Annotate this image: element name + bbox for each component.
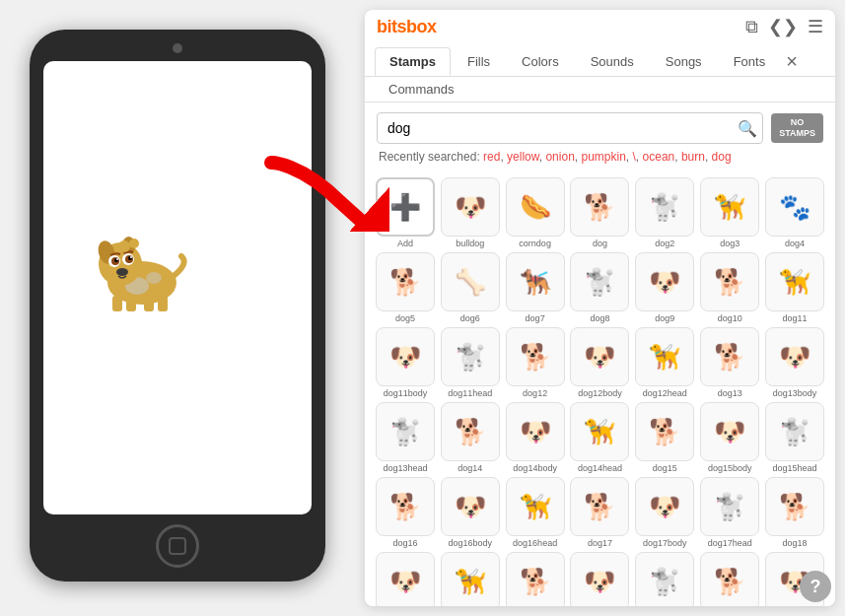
stamp-dog18head[interactable]: 🦮 dog18head bbox=[440, 552, 501, 606]
panel-header: bitsbox ⧉ ❮❯ ☰ Stamps Fills Colors Sound… bbox=[365, 10, 835, 103]
stamp-dog3[interactable]: 🦮 dog3 bbox=[699, 177, 760, 248]
svg-point-16 bbox=[116, 258, 118, 260]
stamp-dog11body-label: dog11body bbox=[384, 388, 428, 398]
copy-icon[interactable]: ⧉ bbox=[745, 17, 758, 37]
stamp-dog12-box: 🐕 bbox=[506, 327, 565, 386]
stamp-dog9[interactable]: 🐶 dog9 bbox=[634, 252, 695, 323]
search-history-dog[interactable]: dog bbox=[712, 150, 732, 164]
stamp-bulldog[interactable]: 🐶 bulldog bbox=[440, 177, 501, 248]
stamp-dog4[interactable]: 🐾 dog4 bbox=[764, 177, 825, 248]
device-home-button[interactable] bbox=[156, 524, 199, 568]
stamp-dog19[interactable]: 🐕 dog19 bbox=[505, 552, 566, 606]
tab-fonts[interactable]: Fonts bbox=[719, 47, 781, 76]
stamp-dog13[interactable]: 🐕 dog13 bbox=[699, 327, 760, 398]
stamp-dog11head-box: 🐩 bbox=[441, 327, 500, 386]
stamp-dog15-label: dog15 bbox=[653, 463, 677, 473]
stamp-dog18head-box: 🦮 bbox=[441, 552, 500, 606]
stamp-dog18[interactable]: 🐕 dog18 bbox=[764, 477, 825, 548]
no-stamps-text: NO bbox=[791, 117, 805, 128]
stamp-dog14head[interactable]: 🦮 dog14head bbox=[570, 402, 631, 473]
stamp-dog14[interactable]: 🐕 dog14 bbox=[440, 402, 501, 473]
stamp-dog2[interactable]: 🐩 dog2 bbox=[634, 177, 695, 248]
stamp-dog16head[interactable]: 🦮 dog16head bbox=[505, 477, 566, 548]
stamp-dog16body[interactable]: 🐶 dog16body bbox=[440, 477, 501, 548]
stamp-dog4-box: 🐾 bbox=[765, 177, 824, 237]
stamp-dog17body[interactable]: 🐶 dog17body bbox=[634, 477, 695, 548]
stamp-dog14-box: 🐕 bbox=[441, 402, 500, 461]
stamp-dog13body[interactable]: 🐶 dog13body bbox=[764, 327, 825, 398]
search-history-red[interactable]: red bbox=[483, 150, 500, 164]
tab-sounds[interactable]: Sounds bbox=[576, 47, 649, 76]
stamp-dog16-box: 🐕 bbox=[376, 477, 435, 536]
stamp-dog8-label: dog8 bbox=[590, 313, 609, 323]
tab-colors[interactable]: Colors bbox=[507, 47, 574, 76]
search-row: 🔍 NO STAMPS bbox=[377, 112, 823, 144]
stamp-dog16[interactable]: 🐕 dog16 bbox=[375, 477, 436, 548]
tab-fills[interactable]: Fills bbox=[453, 47, 505, 76]
stamp-dog4-label: dog4 bbox=[785, 239, 805, 248]
stamp-dog15head[interactable]: 🐩 dog15head bbox=[764, 402, 825, 473]
stamp-dog17body-box: 🐶 bbox=[635, 477, 694, 536]
stamp-dog13head[interactable]: 🐩 dog13head bbox=[375, 402, 436, 473]
stamp-dog6[interactable]: 🦴 dog6 bbox=[440, 252, 501, 323]
stamp-dog18body[interactable]: 🐶 dog18body bbox=[375, 552, 436, 606]
stamp-dog5-label: dog5 bbox=[395, 313, 415, 323]
stamp-dog18body-box: 🐶 bbox=[376, 552, 435, 606]
search-history-yellow[interactable]: yellow bbox=[507, 150, 539, 164]
stamp-dog9-box: 🐶 bbox=[635, 252, 694, 311]
stamp-dog12head[interactable]: 🦮 dog12head bbox=[634, 327, 695, 398]
stamp-dog17-label: dog17 bbox=[588, 538, 612, 548]
svg-rect-6 bbox=[158, 296, 168, 311]
search-history-backslash[interactable]: \ bbox=[633, 150, 636, 164]
search-input[interactable] bbox=[377, 112, 763, 144]
stamp-dog11-label: dog11 bbox=[783, 313, 808, 323]
help-button[interactable]: ? bbox=[800, 571, 831, 602]
stamp-dog12body-box: 🐶 bbox=[570, 327, 629, 386]
stamp-dog14body[interactable]: 🐶 dog14body bbox=[505, 402, 566, 473]
tab-commands[interactable]: Commands bbox=[375, 77, 467, 102]
search-area: 🔍 NO STAMPS Recently searched: red, yell… bbox=[365, 103, 835, 170]
stamp-dog10[interactable]: 🐕 dog10 bbox=[699, 252, 760, 323]
stamp-dog12body[interactable]: 🐶 dog12body bbox=[570, 327, 631, 398]
stamp-dog17head[interactable]: 🐩 dog17head bbox=[699, 477, 760, 548]
stamp-dog14body-box: 🐶 bbox=[506, 402, 565, 461]
stamp-dog13-label: dog13 bbox=[718, 388, 742, 398]
stamp-dog12[interactable]: 🐕 dog12 bbox=[505, 327, 566, 398]
stamp-dog2-label: dog2 bbox=[655, 239, 674, 248]
stamp-dog15head-label: dog15head bbox=[773, 463, 817, 473]
stamp-dog3-box: 🦮 bbox=[700, 177, 759, 237]
stamp-dog19head[interactable]: 🐩 dog19head bbox=[634, 552, 695, 606]
stamp-dog5[interactable]: 🐕 dog5 bbox=[375, 252, 436, 323]
stamp-dog19body[interactable]: 🐶 dog19body bbox=[570, 552, 631, 606]
stamp-dog17[interactable]: 🐕 dog17 bbox=[570, 477, 631, 548]
search-history-burn[interactable]: burn bbox=[681, 150, 705, 164]
search-button[interactable]: 🔍 bbox=[738, 119, 757, 138]
stamps-panel: bitsbox ⧉ ❮❯ ☰ Stamps Fills Colors Sound… bbox=[365, 10, 835, 606]
stamp-dog[interactable]: 🐕 dog bbox=[570, 177, 631, 248]
search-history-onion[interactable]: onion bbox=[545, 150, 574, 164]
stamp-dog11body[interactable]: 🐶 dog11body bbox=[375, 327, 436, 398]
recently-searched-label: Recently searched: bbox=[379, 150, 483, 164]
svg-rect-3 bbox=[112, 296, 122, 311]
stamp-dog11head[interactable]: 🐩 dog11head bbox=[440, 327, 501, 398]
stamp-dog7[interactable]: 🐕‍🦺 dog7 bbox=[505, 252, 566, 323]
stamp-dog15body[interactable]: 🐶 dog15body bbox=[699, 402, 760, 473]
close-button[interactable]: × bbox=[782, 50, 802, 73]
stamp-dog13-box: 🐕 bbox=[700, 327, 759, 386]
tab-stamps[interactable]: Stamps bbox=[375, 47, 451, 76]
stamp-dog11[interactable]: 🦮 dog11 bbox=[764, 252, 825, 323]
stamp-dog20[interactable]: 🐕 dog20 bbox=[699, 552, 760, 606]
stamp-corndog[interactable]: 🌭 corndog bbox=[505, 177, 566, 248]
stamp-dog17-box: 🐕 bbox=[570, 477, 629, 536]
menu-icon[interactable]: ☰ bbox=[808, 16, 823, 37]
search-history-ocean[interactable]: ocean bbox=[643, 150, 675, 164]
tab-songs[interactable]: Songs bbox=[651, 47, 717, 76]
search-history-pumpkin[interactable]: pumpkin bbox=[581, 150, 625, 164]
stamp-dog-label: dog bbox=[593, 239, 607, 248]
stamp-dog16body-label: dog16body bbox=[449, 538, 493, 548]
share-icon[interactable]: ❮❯ bbox=[768, 16, 798, 37]
stamp-dog15[interactable]: 🐕 dog15 bbox=[634, 402, 695, 473]
stamp-dog8[interactable]: 🐩 dog8 bbox=[570, 252, 631, 323]
stamp-dog11-box: 🦮 bbox=[765, 252, 824, 311]
stamp-dog10-label: dog10 bbox=[718, 313, 742, 323]
